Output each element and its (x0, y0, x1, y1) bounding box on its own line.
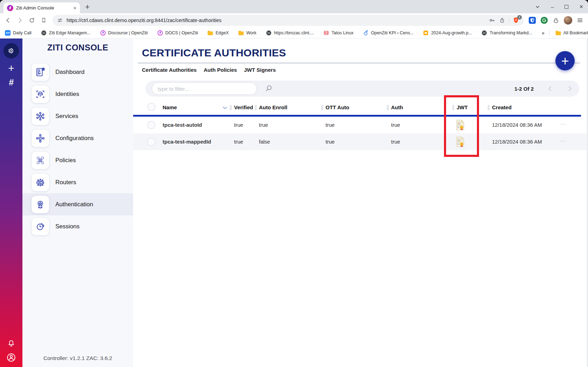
jwt-certificate-icon[interactable] (456, 119, 465, 131)
globe-icon (41, 30, 47, 36)
col-auth[interactable]: Auth (391, 104, 403, 110)
bookmark-icon[interactable] (39, 16, 48, 25)
brave-shield-icon[interactable]: 1 (513, 17, 519, 24)
sidebar-item-authentication[interactable]: Authentication (22, 193, 133, 215)
browser-tab[interactable]: Ziti Admin Console × (4, 2, 80, 13)
profile-avatar[interactable] (563, 16, 573, 25)
notifications-bell-icon[interactable] (7, 339, 16, 348)
routers-icon (32, 174, 49, 191)
row-verified: true (234, 139, 243, 145)
url-bar[interactable]: https://ctrl.cdaws.clint.demo.openziti.o… (53, 15, 524, 26)
sidebar-item-policies[interactable]: Policies (22, 149, 133, 171)
folder-icon (555, 30, 561, 36)
search-icon[interactable] (265, 84, 273, 93)
main-content: CERTIFICATE AUTHORITIES + Certificate Au… (133, 39, 588, 367)
row-auto-enroll: true (259, 122, 268, 128)
row-name[interactable]: tpca-test-mappedId (163, 139, 211, 145)
new-tab-button[interactable]: + (85, 2, 90, 12)
col-name[interactable]: Name (163, 104, 177, 110)
rail-add-button[interactable]: + (8, 63, 14, 74)
bookmark-work[interactable]: Work (238, 30, 257, 36)
share-icon[interactable] (499, 17, 505, 23)
table-row[interactable]: tpca-test-mappedId true false true true (133, 133, 588, 150)
grammarly-extension-icon[interactable] (540, 16, 549, 25)
row-menu-icon[interactable]: ⋯ (560, 120, 567, 128)
window-minimize-button[interactable]: – (551, 4, 554, 9)
sidebar-item-dashboard[interactable]: Dashboard (22, 61, 133, 83)
openziti-icon (100, 30, 106, 36)
password-key-icon[interactable] (488, 17, 495, 24)
tab-close-icon[interactable]: × (73, 5, 76, 11)
bookmark-brozac[interactable]: https://brozac.clint.... (266, 30, 314, 36)
tab-search-chevron-icon[interactable] (535, 4, 540, 9)
netfoundry-logo-icon[interactable] (4, 43, 19, 58)
sidebar-item-configurations[interactable]: Configurations (22, 127, 133, 149)
sort-chevron-icon[interactable] (223, 106, 227, 110)
bookmark-transforming-markdown[interactable]: Transforming Markd... (481, 30, 532, 36)
sidebar-item-sessions[interactable]: Sessions (22, 215, 133, 237)
jwt-certificate-icon[interactable] (456, 136, 465, 147)
table-row[interactable]: tpca-test-autoId true true true true (133, 117, 588, 133)
row-menu-icon[interactable]: ⋯ (560, 137, 567, 145)
ca-table: Name Verified Auto Enroll OTT Auto Auth … (133, 102, 588, 150)
bookmark-ziti-edge[interactable]: Ziti Edge Managem... (41, 30, 91, 36)
back-button[interactable] (4, 16, 13, 25)
filter-bar: 1-2 Of 2 (145, 81, 579, 97)
sidebar-item-identities[interactable]: Identities (22, 83, 133, 105)
window-maximize-button[interactable] (565, 5, 568, 9)
globe-icon (481, 30, 487, 36)
row-checkbox[interactable] (147, 121, 156, 129)
bookmark-discourse-openziti[interactable]: Discourse | OpenZiti (100, 30, 148, 36)
browser-toolbar: https://ctrl.cdaws.clint.demo.openziti.o… (0, 13, 588, 27)
table-header: Name Verified Auto Enroll OTT Auto Auth … (133, 102, 588, 115)
browser-window: Ziti Admin Console × + – × (0, 0, 588, 367)
url-text[interactable]: https://ctrl.cdaws.clint.demo.openziti.o… (67, 18, 221, 23)
sidebar-item-services[interactable]: Services (22, 105, 133, 127)
col-created[interactable]: Created (492, 104, 512, 110)
openziti-icon (157, 30, 163, 36)
row-created: 12/18/2024 08:36 AM (492, 139, 542, 145)
next-page-icon[interactable] (567, 85, 573, 92)
tab-auth-policies[interactable]: Auth Policies (204, 67, 237, 73)
slides-icon (423, 30, 429, 36)
forward-button[interactable] (15, 16, 25, 25)
tab-certificate-authorities[interactable]: Certificate Authorities (142, 67, 197, 73)
section-tabs: Certificate Authorities Auth Policies JW… (142, 67, 588, 73)
bookmark-openziti-kpi[interactable]: OpenZiti KPI › Cens... (363, 30, 414, 36)
policies-gears-icon (32, 152, 49, 169)
site-settings-icon[interactable] (57, 17, 63, 23)
configurations-network-icon (32, 130, 49, 147)
reload-button[interactable] (27, 16, 36, 25)
row-created: 12/18/2024 08:36 AM (492, 122, 542, 128)
add-certificate-authority-button[interactable]: + (555, 51, 575, 70)
bitwarden-extension-icon[interactable] (528, 16, 537, 25)
col-auto-enroll[interactable]: Auto Enroll (259, 104, 287, 110)
row-auth: true (391, 122, 400, 128)
browser-menu-icon[interactable] (575, 16, 584, 25)
col-verified[interactable]: Verified (234, 104, 253, 110)
shield-badge: 1 (517, 15, 522, 20)
bookmark-docs-openziti[interactable]: DOCS | OpenZiti (157, 30, 198, 36)
col-ott-auto[interactable]: OTT Auto (326, 104, 349, 110)
rail-hash-button[interactable]: # (9, 78, 14, 87)
openziti-favicon-icon (7, 5, 13, 11)
bookmark-edgex[interactable]: EdgeX (207, 30, 229, 36)
version-footer: Controller: v1.2.1 ZAC: 3.6.2 (22, 355, 133, 361)
droplet-icon (363, 30, 369, 36)
col-jwt[interactable]: JWT (457, 104, 468, 110)
window-close-button[interactable]: × (579, 4, 583, 10)
sidebar-item-routers[interactable]: Routers (22, 171, 133, 193)
filter-input[interactable] (152, 82, 257, 95)
bookmark-talos-linux[interactable]: Talos Linux (323, 30, 354, 36)
bookmarks-overflow-icon[interactable]: » (542, 30, 544, 36)
bookmark-2024-aug-growth[interactable]: 2024-Aug-growth.p... (423, 30, 472, 36)
bookmark-daily-call[interactable]: zm Daily Call (5, 30, 32, 36)
extensions-puzzle-icon[interactable] (552, 16, 561, 25)
account-icon[interactable] (6, 352, 16, 363)
previous-page-icon[interactable] (547, 85, 553, 92)
row-name[interactable]: tpca-test-autoId (163, 122, 202, 128)
row-checkbox[interactable] (147, 138, 156, 146)
all-bookmarks[interactable]: All Bookmarks (555, 30, 588, 36)
tab-jwt-signers[interactable]: JWT Signers (244, 67, 276, 73)
select-all-checkbox[interactable] (147, 103, 156, 111)
